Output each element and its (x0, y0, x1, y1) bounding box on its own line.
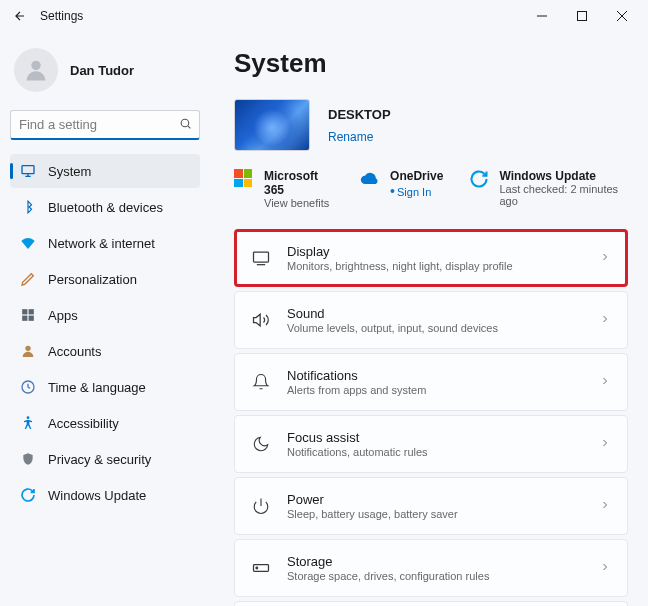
sidebar-item-label: Accounts (48, 344, 101, 359)
privacy-icon (20, 451, 36, 467)
status-onedrive[interactable]: OneDrive•Sign In (360, 169, 443, 209)
search-wrap (10, 110, 200, 140)
personalization-icon (20, 271, 36, 287)
onedrive-icon (360, 169, 380, 189)
system-icon (20, 163, 36, 179)
update-icon (20, 487, 36, 503)
svg-rect-11 (254, 252, 269, 262)
card-display[interactable]: DisplayMonitors, brightness, night light… (234, 229, 628, 287)
bluetooth-icon (20, 199, 36, 215)
sidebar-item-system[interactable]: System (10, 154, 200, 188)
sidebar-item-privacy[interactable]: Privacy & security (10, 442, 200, 476)
status-title: Windows Update (499, 169, 628, 183)
m365-icon (234, 169, 254, 189)
card-multitask[interactable]: MultitaskingSnap windows, desktops, task… (234, 601, 628, 606)
card-power[interactable]: PowerSleep, battery usage, battery saver (234, 477, 628, 535)
sidebar-item-network[interactable]: Network & internet (10, 226, 200, 260)
chevron-right-icon (599, 499, 611, 514)
card-title: Focus assist (287, 430, 583, 445)
sound-icon (251, 310, 271, 330)
sidebar-item-time[interactable]: Time & language (10, 370, 200, 404)
sidebar-item-label: Time & language (48, 380, 146, 395)
avatar (14, 48, 58, 92)
chevron-right-icon (599, 375, 611, 390)
rename-link[interactable]: Rename (328, 130, 373, 144)
storage-icon (251, 558, 271, 578)
device-name: DESKTOP (328, 107, 391, 122)
svg-point-1 (31, 61, 40, 70)
card-subtitle: Alerts from apps and system (287, 384, 583, 396)
accounts-icon (20, 343, 36, 359)
sidebar-item-personalization[interactable]: Personalization (10, 262, 200, 296)
status-m365[interactable]: Microsoft 365View benefits (234, 169, 334, 209)
minimize-icon (537, 11, 547, 21)
sidebar-item-label: System (48, 164, 91, 179)
back-button[interactable] (6, 2, 34, 30)
svg-rect-7 (29, 316, 34, 321)
main: System DESKTOP Rename Microsoft 365View … (210, 32, 648, 606)
search-icon (179, 117, 192, 133)
window-controls (522, 2, 642, 30)
chevron-right-icon (599, 251, 611, 266)
hero-info: DESKTOP Rename (328, 107, 391, 144)
svg-rect-3 (22, 166, 34, 174)
svg-rect-5 (29, 309, 34, 314)
sidebar-item-accounts[interactable]: Accounts (10, 334, 200, 368)
focus-icon (251, 434, 271, 454)
winupdate-icon (469, 169, 489, 189)
hero: DESKTOP Rename (234, 99, 628, 151)
accessibility-icon (20, 415, 36, 431)
status-row: Microsoft 365View benefitsOneDrive•Sign … (234, 169, 628, 209)
card-sound[interactable]: SoundVolume levels, output, input, sound… (234, 291, 628, 349)
sidebar-item-apps[interactable]: Apps (10, 298, 200, 332)
svg-point-2 (181, 119, 189, 127)
sidebar-item-label: Privacy & security (48, 452, 151, 467)
profile-name: Dan Tudor (70, 63, 134, 78)
card-focus[interactable]: Focus assistNotifications, automatic rul… (234, 415, 628, 473)
network-icon (20, 235, 36, 251)
card-title: Notifications (287, 368, 583, 383)
status-title: Microsoft 365 (264, 169, 334, 197)
svg-point-8 (25, 346, 30, 351)
arrow-left-icon (13, 9, 27, 23)
minimize-button[interactable] (522, 2, 562, 30)
sidebar-item-label: Apps (48, 308, 78, 323)
power-icon (251, 496, 271, 516)
cards-list: DisplayMonitors, brightness, night light… (234, 229, 628, 606)
page-title: System (234, 48, 628, 79)
time-icon (20, 379, 36, 395)
status-winupdate[interactable]: Windows UpdateLast checked: 2 minutes ag… (469, 169, 628, 209)
desktop-thumbnail[interactable] (234, 99, 310, 151)
card-storage[interactable]: StorageStorage space, drives, configurat… (234, 539, 628, 597)
close-icon (617, 11, 627, 21)
status-sub: View benefits (264, 197, 334, 209)
nav: SystemBluetooth & devicesNetwork & inter… (10, 154, 200, 512)
svg-rect-4 (22, 309, 27, 314)
chevron-right-icon (599, 313, 611, 328)
maximize-icon (577, 11, 587, 21)
svg-rect-0 (578, 12, 587, 21)
sidebar: Dan Tudor SystemBluetooth & devicesNetwo… (0, 32, 210, 606)
sidebar-item-bluetooth[interactable]: Bluetooth & devices (10, 190, 200, 224)
sidebar-item-label: Windows Update (48, 488, 146, 503)
card-subtitle: Notifications, automatic rules (287, 446, 583, 458)
sidebar-item-accessibility[interactable]: Accessibility (10, 406, 200, 440)
notifications-icon (251, 372, 271, 392)
person-icon (22, 56, 50, 84)
sidebar-item-update[interactable]: Windows Update (10, 478, 200, 512)
search-input[interactable] (10, 110, 200, 140)
profile[interactable]: Dan Tudor (10, 40, 200, 110)
card-subtitle: Monitors, brightness, night light, displ… (287, 260, 583, 272)
card-title: Display (287, 244, 583, 259)
close-button[interactable] (602, 2, 642, 30)
maximize-button[interactable] (562, 2, 602, 30)
chevron-right-icon (599, 437, 611, 452)
svg-point-13 (256, 567, 258, 569)
status-sub[interactable]: •Sign In (390, 183, 443, 199)
card-title: Power (287, 492, 583, 507)
sidebar-item-label: Personalization (48, 272, 137, 287)
card-notifications[interactable]: NotificationsAlerts from apps and system (234, 353, 628, 411)
titlebar: Settings (0, 0, 648, 32)
chevron-right-icon (599, 561, 611, 576)
svg-point-10 (27, 416, 30, 419)
